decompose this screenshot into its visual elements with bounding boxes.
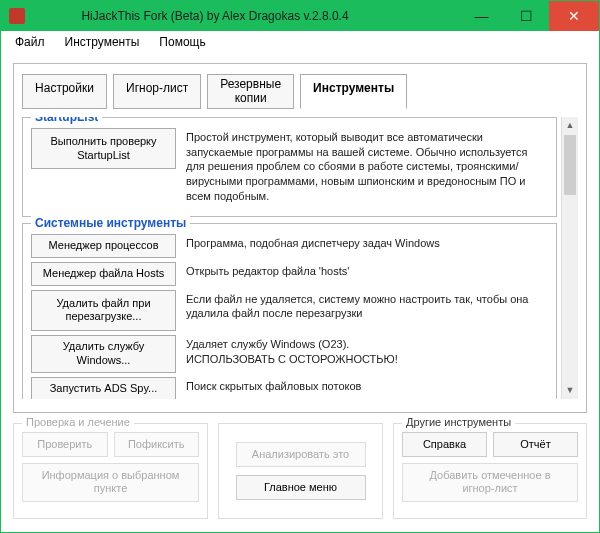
minimize-button[interactable]: — xyxy=(459,1,504,31)
tab-settings[interactable]: Настройки xyxy=(22,74,107,109)
window-controls: — ☐ ✕ xyxy=(459,1,599,31)
scroll-up-arrow[interactable]: ▲ xyxy=(562,117,578,134)
hosts-manager-button[interactable]: Менеджер файла Hosts xyxy=(31,262,176,286)
scroll-content: StartupList Выполнить проверку StartupLi… xyxy=(22,117,557,399)
vertical-scrollbar[interactable]: ▲ ▼ xyxy=(561,117,578,399)
startuplist-title: StartupList xyxy=(31,117,102,124)
scroll-thumb[interactable] xyxy=(564,135,576,195)
delete-on-reboot-button[interactable]: Удалить файл при перезагрузке... xyxy=(31,290,176,332)
startuplist-group: StartupList Выполнить проверку StartupLi… xyxy=(22,117,557,217)
maximize-button[interactable]: ☐ xyxy=(504,1,549,31)
close-button[interactable]: ✕ xyxy=(549,1,599,31)
delete-on-reboot-desc: Если файл не удаляется, систему можно на… xyxy=(186,290,548,322)
system-tools-title: Системные инструменты xyxy=(31,216,190,230)
menu-file[interactable]: Файл xyxy=(5,33,55,51)
hosts-manager-desc: Открыть редактор файла 'hosts' xyxy=(186,262,349,279)
fix-button[interactable]: Пофиксить xyxy=(114,432,200,457)
main-menu-button[interactable]: Главное меню xyxy=(236,475,366,500)
delete-service-desc: Удаляет службу Windows (O23). ИСПОЛЬЗОВА… xyxy=(186,335,398,367)
scroll-area: StartupList Выполнить проверку StartupLi… xyxy=(22,117,578,399)
run-startuplist-button[interactable]: Выполнить проверку StartupList xyxy=(31,128,176,170)
check-button[interactable]: Проверить xyxy=(22,432,108,457)
scan-fix-title: Проверка и лечение xyxy=(22,416,134,428)
menu-tools[interactable]: Инструменты xyxy=(55,33,150,51)
content-area: Настройки Игнор-лист Резервные копии Инс… xyxy=(1,53,599,532)
other-tools-group: Другие инструменты Справка Отчёт Добавит… xyxy=(393,423,587,519)
info-selected-button[interactable]: Информация о выбранном пункте xyxy=(22,463,199,501)
system-tools-group: Системные инструменты Менеджер процессов… xyxy=(22,223,557,399)
bottom-panel: Проверка и лечение Проверить Пофиксить И… xyxy=(13,423,587,519)
process-manager-button[interactable]: Менеджер процессов xyxy=(31,234,176,258)
process-manager-desc: Программа, подобная диспетчеру задач Win… xyxy=(186,234,440,251)
analyze-button[interactable]: Анализировать это xyxy=(236,442,366,467)
tab-row: Настройки Игнор-лист Резервные копии Инс… xyxy=(22,74,578,109)
startuplist-desc: Простой инструмент, который выводит все … xyxy=(186,128,548,204)
menubar: Файл Инструменты Помощь xyxy=(1,31,599,53)
scroll-down-arrow[interactable]: ▼ xyxy=(562,382,578,399)
ads-spy-desc: Поиск скрытых файловых потоков xyxy=(186,377,361,394)
app-window: HiJackThis Fork (Beta) by Alex Dragokas … xyxy=(0,0,600,533)
tab-instruments[interactable]: Инструменты xyxy=(300,74,407,109)
other-tools-title: Другие инструменты xyxy=(402,416,515,428)
titlebar[interactable]: HiJackThis Fork (Beta) by Alex Dragokas … xyxy=(1,1,599,31)
ads-spy-button[interactable]: Запустить ADS Spy... xyxy=(31,377,176,399)
main-panel: Настройки Игнор-лист Резервные копии Инс… xyxy=(13,63,587,413)
tab-ignore-list[interactable]: Игнор-лист xyxy=(113,74,201,109)
center-group: Анализировать это Главное меню xyxy=(218,423,383,519)
scan-fix-group: Проверка и лечение Проверить Пофиксить И… xyxy=(13,423,208,519)
help-button[interactable]: Справка xyxy=(402,432,487,457)
menu-help[interactable]: Помощь xyxy=(149,33,215,51)
add-to-ignore-button[interactable]: Добавить отмеченное в игнор-лист xyxy=(402,463,578,501)
window-title: HiJackThis Fork (Beta) by Alex Dragokas … xyxy=(0,9,459,23)
delete-service-button[interactable]: Удалить службу Windows... xyxy=(31,335,176,373)
tab-backup[interactable]: Резервные копии xyxy=(207,74,294,109)
report-button[interactable]: Отчёт xyxy=(493,432,578,457)
